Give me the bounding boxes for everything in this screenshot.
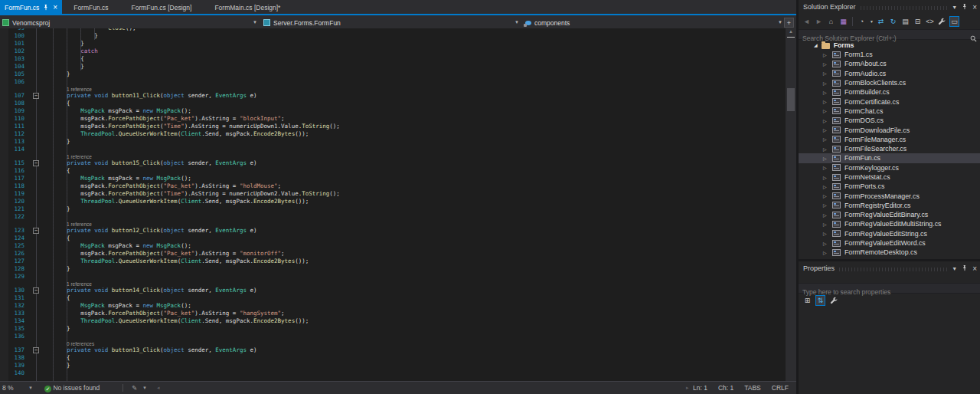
- switch-views-icon[interactable]: ▦: [838, 16, 848, 27]
- char-indicator[interactable]: Ch: 1: [718, 382, 733, 394]
- tree-item-FormCertificate.cs[interactable]: ▷FormCertificate.cs: [799, 97, 980, 106]
- expand-chevron-icon[interactable]: ▷: [823, 52, 827, 57]
- categorized-icon[interactable]: ⊞: [802, 295, 812, 306]
- expand-chevron-icon[interactable]: ▷: [823, 127, 827, 133]
- code-line[interactable]: 118 msgPack.ForcePathObject("Pac_ket").A…: [0, 182, 786, 190]
- zoom-dropdown-chevron-icon[interactable]: ▼: [28, 382, 33, 394]
- editor-vertical-scrollbar[interactable]: ▲: [786, 28, 796, 381]
- solution-search-box[interactable]: [799, 29, 980, 40]
- tree-item-FormKeylogger.cs[interactable]: ▷FormKeylogger.cs: [799, 163, 980, 172]
- zoom-level[interactable]: 8 %: [2, 382, 14, 394]
- expand-chevron-icon[interactable]: ▷: [823, 202, 827, 208]
- code-line[interactable]: 100 }: [0, 32, 786, 40]
- tree-item-FormProcessManager.cs[interactable]: ▷FormProcessManager.cs: [799, 191, 980, 200]
- expand-chevron-icon[interactable]: ▷: [823, 175, 827, 180]
- tabs-indicator[interactable]: TABS: [744, 382, 761, 394]
- expand-chevron-icon[interactable]: ▷: [823, 212, 827, 218]
- expand-chevron-icon[interactable]: ▷: [823, 231, 827, 236]
- pending-changes-filter-icon-chevron[interactable]: ▼: [870, 19, 874, 24]
- line-ending-indicator[interactable]: CRLF: [772, 382, 789, 394]
- solution-explorer-header[interactable]: Solution Explorer ▼ ×: [799, 0, 980, 14]
- code-line[interactable]: 104 }: [0, 63, 786, 71]
- properties-search-box[interactable]: [799, 283, 980, 294]
- tree-item-FormRemoteDesktop.cs[interactable]: ▷FormRemoteDesktop.cs: [799, 248, 980, 257]
- fold-collapse-icon[interactable]: −: [33, 287, 39, 294]
- fold-collapse-icon[interactable]: −: [33, 228, 39, 234]
- expand-chevron-icon[interactable]: ▷: [823, 136, 827, 142]
- code-line[interactable]: 125 MsgPack msgPack = new MsgPack();: [0, 242, 786, 250]
- code-line[interactable]: 126 msgPack.ForcePathObject("Pac_ket").A…: [0, 250, 786, 258]
- fold-collapse-icon[interactable]: −: [33, 160, 39, 166]
- tree-item-FormFileManager.cs[interactable]: ▷FormFileManager.cs: [799, 135, 980, 144]
- expanded-chevron-icon[interactable]: ◢: [814, 42, 818, 48]
- code-line[interactable]: 114: [0, 146, 786, 153]
- tree-item-FormRegValueEditWord.cs[interactable]: ▷FormRegValueEditWord.cs: [799, 238, 980, 248]
- code-line[interactable]: 124 {: [0, 235, 786, 242]
- expand-chevron-icon[interactable]: ▷: [823, 80, 827, 86]
- code-line[interactable]: 127 ThreadPool.QueueUserWorkItem(Client.…: [0, 258, 786, 265]
- code-line[interactable]: 119 msgPack.ForcePathObject("Time").AsSt…: [0, 190, 786, 198]
- navigate-forward-icon[interactable]: ►: [814, 16, 824, 27]
- expand-chevron-icon[interactable]: ▷: [823, 71, 827, 76]
- code-line[interactable]: 131 {: [0, 294, 786, 302]
- refresh-icon[interactable]: ↻: [888, 16, 898, 27]
- tree-item-FormRegistryEditor.cs[interactable]: ▷FormRegistryEditor.cs: [799, 201, 980, 210]
- codelens-references[interactable]: 1 reference: [0, 221, 786, 227]
- code-line[interactable]: 108 {: [0, 100, 786, 107]
- code-line[interactable]: 137− private void button13_Click(object …: [0, 346, 786, 354]
- type-dropdown-chevron-icon[interactable]: ▼: [514, 20, 519, 25]
- tree-item-FormFileSearcher.cs[interactable]: ▷FormFileSearcher.cs: [799, 144, 980, 153]
- expand-chevron-icon[interactable]: ▷: [823, 193, 827, 199]
- pending-changes-filter-icon[interactable]: ◔: [857, 16, 867, 27]
- tree-item-FormNetstat.cs[interactable]: ▷FormNetstat.cs: [799, 172, 980, 182]
- tree-item-forms-folder[interactable]: ◢ Forms: [799, 40, 980, 50]
- expand-chevron-icon[interactable]: ▷: [823, 156, 827, 161]
- tree-item-FormBuilder.cs[interactable]: ▷FormBuilder.cs: [799, 87, 980, 97]
- preview-selected-items-icon[interactable]: ▭: [949, 16, 959, 27]
- code-line[interactable]: 112 ThreadPool.QueueUserWorkItem(Client.…: [0, 130, 786, 138]
- pin-icon[interactable]: [962, 264, 968, 272]
- scrollbar-thumb[interactable]: [787, 88, 795, 111]
- code-line[interactable]: 134 ThreadPool.QueueUserWorkItem(Client.…: [0, 317, 786, 325]
- code-line[interactable]: 128 }: [0, 265, 786, 273]
- fold-collapse-icon[interactable]: −: [33, 93, 39, 99]
- document-health-indicator[interactable]: ✓ No issues found: [44, 382, 100, 394]
- editor-extensions-icon[interactable]: ✎: [132, 382, 137, 394]
- member-dropdown[interactable]: components: [525, 17, 570, 28]
- project-dropdown-chevron-icon[interactable]: ▼: [253, 20, 257, 25]
- home-icon[interactable]: ⌂: [826, 16, 836, 27]
- code-line[interactable]: 140: [0, 369, 786, 377]
- expand-chevron-icon[interactable]: ▷: [823, 61, 827, 67]
- tab-FormFun.cs-Design-[interactable]: FormFun.cs [Design]: [120, 0, 204, 15]
- code-line[interactable]: 136: [0, 333, 786, 340]
- window-position-chevron-icon[interactable]: ▼: [952, 266, 957, 271]
- expand-chevron-icon[interactable]: ▷: [823, 99, 827, 104]
- expand-chevron-icon[interactable]: ▷: [823, 184, 827, 189]
- tree-item-FormRegValueEditBinary.cs[interactable]: ▷FormRegValueEditBinary.cs: [799, 210, 980, 219]
- tree-item-FormChat.cs[interactable]: ▷FormChat.cs: [799, 107, 980, 116]
- tree-item-FormDOS.cs[interactable]: ▷FormDOS.cs: [799, 116, 980, 125]
- tab-FormMain.cs-Design-[interactable]: FormMain.cs [Design]*: [203, 0, 292, 15]
- split-window-button[interactable]: +: [784, 18, 794, 28]
- expand-chevron-icon[interactable]: ▷: [823, 118, 827, 123]
- tree-item-FormRegValueEditString.cs[interactable]: ▷FormRegValueEditString.cs: [799, 229, 980, 238]
- navigate-back-icon[interactable]: ◄: [802, 16, 812, 27]
- code-line[interactable]: 121 }: [0, 205, 786, 213]
- tab-FormFun.cs[interactable]: FormFun.cs: [62, 0, 119, 15]
- scroll-up-arrow-icon[interactable]: ▲: [786, 29, 796, 34]
- code-line[interactable]: 135 }: [0, 325, 786, 333]
- code-line[interactable]: 117 MsgPack msgPack = new MsgPack();: [0, 175, 786, 182]
- tree-item-FormBlockClients.cs[interactable]: ▷FormBlockClients.cs: [799, 78, 980, 87]
- code-line[interactable]: 116 {: [0, 167, 786, 175]
- code-line[interactable]: 130− private void button14_Click(object …: [0, 287, 786, 294]
- code-line[interactable]: 106: [0, 78, 786, 86]
- alphabetical-sort-icon[interactable]: ⇅: [815, 295, 825, 306]
- code-line[interactable]: 120 ThreadPool.QueueUserWorkItem(Client.…: [0, 198, 786, 205]
- properties-header[interactable]: Properties ▼ ×: [799, 261, 980, 275]
- code-line[interactable]: 113 }: [0, 138, 786, 146]
- code-line[interactable]: 103 {: [0, 55, 786, 63]
- view-code-icon[interactable]: <>: [925, 16, 935, 27]
- codelens-references[interactable]: 1 reference: [0, 86, 786, 92]
- expand-chevron-icon[interactable]: ▷: [823, 108, 827, 113]
- hscroll-right-arrow-icon[interactable]: ▸: [686, 382, 689, 394]
